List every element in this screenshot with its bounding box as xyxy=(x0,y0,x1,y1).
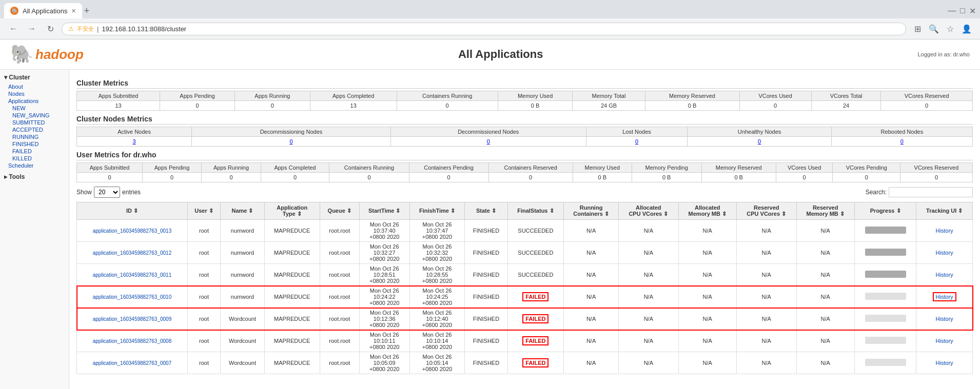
app-id-link[interactable]: application_1603459882763_0010 xyxy=(93,294,171,300)
cell-finish: Mon Oct 26 10:10:14 +0800 2020 xyxy=(409,330,465,352)
sidebar-item-submitted[interactable]: SUBMITTED xyxy=(12,119,65,126)
col-res-cpu[interactable]: ReservedCPU VCores ⇕ xyxy=(736,202,796,220)
active-nodes-link[interactable]: 3 xyxy=(132,138,135,145)
col-progress[interactable]: Progress ⇕ xyxy=(854,202,916,220)
cell-type: MAPREDUCE xyxy=(264,264,320,286)
col-tracking[interactable]: Tracking UI ⇕ xyxy=(916,202,973,220)
app-id-link[interactable]: application_1603459882763_0013 xyxy=(93,228,171,234)
history-link[interactable]: History xyxy=(936,250,953,256)
sidebar-item-new-saving[interactable]: NEW_SAVING xyxy=(12,112,65,119)
col-final-status[interactable]: FinalStatus ⇕ xyxy=(507,202,563,220)
cell-res-cpu: N/A xyxy=(736,352,796,374)
cell-running-containers: N/A xyxy=(564,286,619,308)
close-window-icon[interactable]: ✕ xyxy=(969,6,976,16)
decommissioned-link[interactable]: 0 xyxy=(487,138,490,145)
history-link[interactable]: History xyxy=(936,316,953,322)
cell-progress xyxy=(854,264,916,286)
sidebar-item-applications[interactable]: Applications xyxy=(8,97,65,105)
rebooted-link[interactable]: 0 xyxy=(900,138,904,145)
unhealthy-link[interactable]: 0 xyxy=(758,138,761,145)
history-link[interactable]: History xyxy=(936,360,953,366)
col-user[interactable]: User ⇕ xyxy=(187,202,220,220)
col-app-type[interactable]: ApplicationType ⇕ xyxy=(264,202,320,220)
maximize-icon[interactable]: □ xyxy=(960,6,965,16)
col-finish-time[interactable]: FinishTime ⇕ xyxy=(409,202,465,220)
col-alloc-cpu[interactable]: AllocatedCPU VCores ⇕ xyxy=(619,202,679,220)
refresh-button[interactable]: ↻ xyxy=(43,22,57,36)
sidebar-item-nodes[interactable]: Nodes xyxy=(8,90,65,97)
cell-final-status: SUCCEEDED xyxy=(507,220,563,242)
sidebar-item-running[interactable]: RUNNING xyxy=(12,133,65,140)
history-link[interactable]: History xyxy=(936,338,953,344)
cell-res-cpu: N/A xyxy=(736,330,796,352)
cluster-nodes-row: 3 0 0 0 0 0 xyxy=(77,137,973,147)
app-id-link[interactable]: application_1603459882763_0009 xyxy=(93,316,171,322)
app-id-link[interactable]: application_1603459882763_0008 xyxy=(93,338,171,344)
cell-running-containers: N/A xyxy=(564,242,619,264)
history-link[interactable]: History xyxy=(933,292,956,301)
logo-text: hadoop xyxy=(35,47,84,63)
sidebar-item-about[interactable]: About xyxy=(8,83,65,90)
sidebar-item-accepted[interactable]: ACCEPTED xyxy=(12,126,65,133)
browser-chrome: 🐘 All Applications × + — □ ✕ ← → ↻ ⚠ 不安全… xyxy=(0,0,980,39)
cell-state: FINISHED xyxy=(465,242,507,264)
back-button[interactable]: ← xyxy=(6,22,21,36)
sort-user-icon: ⇕ xyxy=(209,208,213,214)
cell-queue: root.root xyxy=(320,220,359,242)
col-res-mem[interactable]: ReservedMemory MB ⇕ xyxy=(796,202,854,220)
history-link[interactable]: History xyxy=(936,272,953,278)
sort-start-icon: ⇕ xyxy=(396,208,400,214)
cluster-label[interactable]: ▾ Cluster xyxy=(4,74,65,81)
col-id[interactable]: ID ⇕ xyxy=(77,202,188,220)
cell-alloc-cpu: N/A xyxy=(619,308,679,330)
decommissioning-link[interactable]: 0 xyxy=(289,138,292,145)
col-state[interactable]: State ⇕ xyxy=(465,202,507,220)
cell-res-cpu: N/A xyxy=(736,264,796,286)
cell-state: FINISHED xyxy=(465,286,507,308)
col-u-mem-res: Memory Reserved xyxy=(701,163,776,173)
app-id-link[interactable]: application_1603459882763_0007 xyxy=(93,360,171,366)
app-id-link[interactable]: application_1603459882763_0011 xyxy=(93,272,171,278)
sidebar-item-killed[interactable]: KILLED xyxy=(12,155,65,162)
sidebar-item-failed[interactable]: FAILED xyxy=(12,148,65,155)
logged-in-label: Logged in as: dr.who xyxy=(917,51,970,57)
sidebar-item-new[interactable]: NEW xyxy=(12,105,65,112)
app-id-link[interactable]: application_1603459882763_0012 xyxy=(93,250,171,256)
tab-title: All Applications xyxy=(23,7,67,15)
active-tab[interactable]: 🐘 All Applications × xyxy=(4,3,82,18)
minimize-icon[interactable]: — xyxy=(948,6,956,16)
forward-button[interactable]: → xyxy=(25,22,39,36)
cell-queue: root.root xyxy=(320,352,359,374)
cell-name: numword xyxy=(221,242,265,264)
lost-link[interactable]: 0 xyxy=(635,138,638,145)
table-row: application_1603459882763_0009 root Word… xyxy=(77,308,973,330)
col-name[interactable]: Name ⇕ xyxy=(221,202,265,220)
cell-finish: Mon Oct 26 10:12:40 +0800 2020 xyxy=(409,308,465,330)
col-running-containers[interactable]: RunningContainers ⇕ xyxy=(564,202,619,220)
page-title: All Applications xyxy=(84,48,918,61)
cell-user: root xyxy=(187,220,220,242)
url-bar[interactable]: ⚠ 不安全 | 192.168.10.131:8088/cluster xyxy=(62,23,906,35)
new-tab-button[interactable]: + xyxy=(84,6,90,16)
translate-button[interactable]: ⊞ xyxy=(910,22,925,36)
col-memory-reserved: Memory Reserved xyxy=(645,91,739,101)
col-active-nodes: Active Nodes xyxy=(77,127,192,137)
zoom-button[interactable]: 🔍 xyxy=(927,22,941,36)
sidebar-item-finished[interactable]: FINISHED xyxy=(12,140,65,148)
history-link[interactable]: History xyxy=(936,228,953,234)
cell-alloc-mem: N/A xyxy=(678,308,736,330)
col-alloc-mem[interactable]: AllocatedMemory MB ⇕ xyxy=(678,202,736,220)
cell-queue: root.root xyxy=(320,242,359,264)
tab-close-button[interactable]: × xyxy=(71,7,75,15)
tools-label[interactable]: ▸ Tools xyxy=(4,173,65,180)
bookmark-button[interactable]: ☆ xyxy=(943,22,957,36)
search-input[interactable] xyxy=(889,187,973,197)
app-table-body: application_1603459882763_0013 root numw… xyxy=(77,220,973,374)
app-table-header-row: ID ⇕ User ⇕ Name ⇕ ApplicationType ⇕ Que… xyxy=(77,202,973,220)
entries-select[interactable]: 10 20 25 50 100 xyxy=(94,187,120,198)
profile-button[interactable]: 👤 xyxy=(959,22,974,36)
col-start-time[interactable]: StartTime ⇕ xyxy=(359,202,409,220)
col-queue[interactable]: Queue ⇕ xyxy=(320,202,359,220)
sidebar-item-scheduler[interactable]: Scheduler xyxy=(8,162,65,169)
cell-user: root xyxy=(187,352,220,374)
